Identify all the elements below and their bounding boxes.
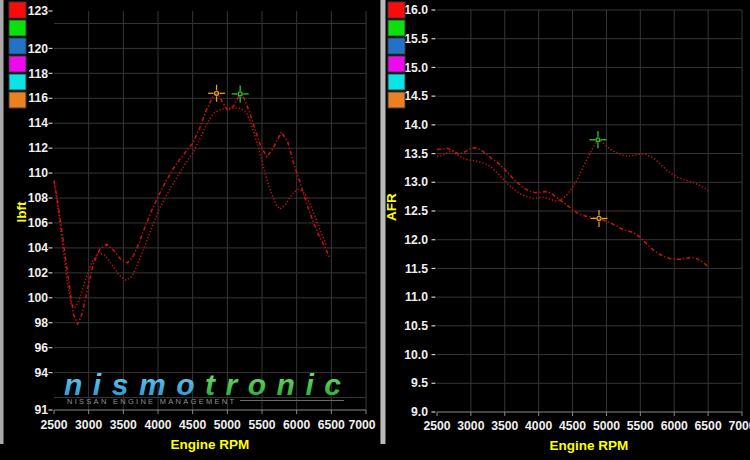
x-axis-title: Engine RPM xyxy=(550,438,629,453)
torque-run-1 xyxy=(54,93,330,324)
x-axis-title: Engine RPM xyxy=(171,437,250,452)
x-tick-label: 3500 xyxy=(110,418,137,432)
legend-swatch-2[interactable] xyxy=(388,38,405,54)
y-tick-label: 14.5 xyxy=(404,89,428,103)
y-tick-label: 11.0 xyxy=(405,290,428,304)
y-tick-label: 15.5 xyxy=(404,32,428,46)
y-tick-label: 96 xyxy=(34,341,48,355)
x-tick-label: 7000 xyxy=(728,419,750,433)
y-tick-label: 104 xyxy=(28,241,49,255)
x-tick-label: 3500 xyxy=(491,419,518,433)
y-tick-label: 9.0 xyxy=(411,405,428,419)
y-tick-label: 120 xyxy=(28,42,49,56)
y-tick-label: 13.0 xyxy=(404,175,428,189)
dyno-charts: 2500300035004000450050005500600065007000… xyxy=(0,0,750,460)
y-tick-label: 94 xyxy=(34,366,48,380)
torque-run-2 xyxy=(54,108,327,307)
y-tick-label: 110 xyxy=(28,166,48,180)
x-tick-label: 3000 xyxy=(75,418,102,432)
x-tick-label: 7000 xyxy=(348,418,375,432)
x-tick-label: 2500 xyxy=(40,418,67,432)
y-tick-label: 116 xyxy=(28,91,48,105)
y-tick-label: 15.0 xyxy=(404,61,428,75)
y-tick-label: 114 xyxy=(28,116,48,130)
x-tick-label: 2500 xyxy=(423,419,450,433)
x-tick-label: 4500 xyxy=(179,418,206,432)
legend-swatch-5[interactable] xyxy=(9,92,26,108)
y-tick-label: 16.0 xyxy=(404,3,428,17)
y-tick-label: 123 xyxy=(28,4,49,18)
x-tick-label: 3000 xyxy=(457,419,484,433)
y-tick-label: 11.5 xyxy=(405,262,428,276)
legend-swatch-1[interactable] xyxy=(9,20,26,36)
legend-swatch-0[interactable] xyxy=(388,2,405,18)
x-tick-label: 5500 xyxy=(627,419,654,433)
nismotronic-subtitle: NISSAN ENGINE MANAGEMENT xyxy=(67,397,235,406)
y-tick-label: 102 xyxy=(28,266,49,280)
x-tick-label: 6000 xyxy=(283,418,310,432)
y-tick-label: 108 xyxy=(28,191,49,205)
y-axis-title: lbft xyxy=(14,201,29,222)
y-tick-label: 100 xyxy=(28,291,49,305)
legend-swatch-3[interactable] xyxy=(9,56,26,72)
x-tick-label: 5500 xyxy=(248,418,275,432)
y-tick-label: 13.5 xyxy=(404,147,428,161)
y-axis-title: AFR xyxy=(384,193,399,221)
dyno-window: 2500300035004000450050005500600065007000… xyxy=(0,0,750,460)
y-tick-label: 91 xyxy=(34,403,48,417)
x-tick-label: 4000 xyxy=(144,418,171,432)
y-tick-label: 14.0 xyxy=(404,118,428,132)
legend-swatch-1[interactable] xyxy=(388,20,405,36)
legend-swatch-3[interactable] xyxy=(388,56,405,72)
y-tick-label: 106 xyxy=(28,216,49,230)
x-tick-label: 4000 xyxy=(525,419,552,433)
legend-swatch-0[interactable] xyxy=(9,2,26,18)
y-tick-label: 98 xyxy=(34,316,48,330)
y-tick-label: 12.0 xyxy=(404,233,428,247)
x-tick-label: 6500 xyxy=(318,418,345,432)
y-tick-label: 10.0 xyxy=(404,348,428,362)
y-tick-label: 112 xyxy=(28,141,48,155)
x-tick-label: 6000 xyxy=(661,419,688,433)
torque-peak-marker-2 xyxy=(232,85,249,102)
y-tick-label: 12.5 xyxy=(404,204,428,218)
legend-swatch-5[interactable] xyxy=(388,92,405,108)
legend-swatch-4[interactable] xyxy=(388,74,405,90)
x-tick-label: 4500 xyxy=(559,419,586,433)
x-tick-label: 5000 xyxy=(593,419,620,433)
x-tick-label: 6500 xyxy=(695,419,722,433)
x-tick-label: 5000 xyxy=(214,418,241,432)
y-tick-label: 9.5 xyxy=(411,376,428,390)
y-tick-label: 10.5 xyxy=(404,319,428,333)
legend-swatch-2[interactable] xyxy=(9,38,26,54)
legend-swatch-4[interactable] xyxy=(9,74,26,90)
y-tick-label: 118 xyxy=(28,67,48,81)
